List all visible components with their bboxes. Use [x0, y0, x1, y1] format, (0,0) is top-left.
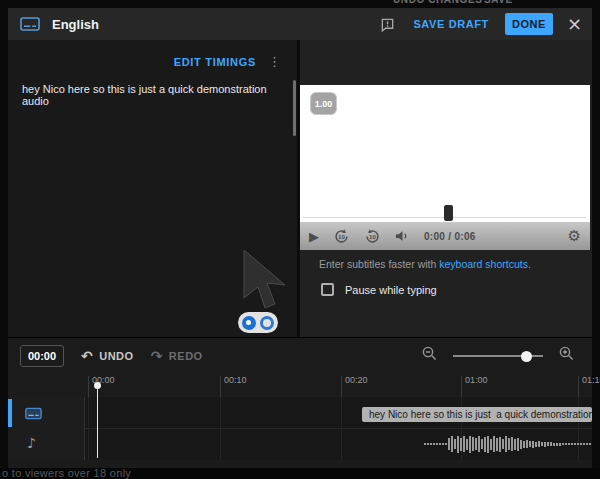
- waveform-bar: [550, 442, 552, 446]
- zoom-controls: [422, 346, 574, 365]
- subtitle-cue-text[interactable]: hey Nico here so this is just a quick de…: [22, 83, 280, 107]
- waveform-bar: [562, 443, 564, 445]
- subtitle-panel-toolbar: EDIT TIMINGS ⋮: [8, 40, 297, 69]
- done-button[interactable]: DONE: [505, 13, 553, 35]
- forward-10-icon[interactable]: 10: [364, 228, 381, 245]
- seek-bar[interactable]: [303, 217, 586, 218]
- waveform-bar: [439, 443, 441, 445]
- keyboard-shortcuts-link[interactable]: keyboard shortcuts: [439, 258, 528, 270]
- waveform-bar: [538, 441, 540, 447]
- track-row-divider: [8, 428, 592, 429]
- ruler-tick: 01:00: [461, 376, 462, 397]
- waveform-bar: [577, 443, 579, 445]
- timeline-toolbar: 00:00 ↶ UNDO ↷ REDO: [8, 338, 592, 373]
- panel-scrollbar-thumb[interactable]: [293, 80, 296, 136]
- zoom-slider-knob[interactable]: [521, 351, 532, 362]
- video-player: 1.00 ▶ 10 10: [300, 85, 590, 250]
- waveform-bar: [532, 441, 534, 448]
- dialog-body: EDIT TIMINGS ⋮ hey Nico here so this is …: [8, 40, 592, 337]
- extension-icon[interactable]: [242, 316, 256, 330]
- pause-while-typing-checkbox[interactable]: [321, 283, 334, 296]
- waveform-bar: [457, 436, 459, 453]
- ruler-tick-label: 00:20: [345, 375, 368, 385]
- undo-button[interactable]: ↶ UNDO: [81, 348, 134, 364]
- timeline-section: 00:00 ↶ UNDO ↷ REDO: [8, 337, 592, 468]
- browser-extension-pill: [238, 312, 278, 333]
- waveform-bar: [481, 439, 483, 449]
- undo-icon: ↶: [81, 348, 93, 364]
- subtitle-track-accent: [8, 399, 12, 427]
- waveform-bar: [508, 438, 510, 450]
- waveform-bar: [520, 440, 522, 449]
- screen: UNDO CHANGES SAVE English SAVE DRAFT DON…: [0, 0, 600, 479]
- time-display: 0:00 / 0:06: [424, 231, 476, 242]
- zoom-in-icon[interactable]: [559, 346, 574, 365]
- mouse-cursor-artifact: [241, 248, 287, 314]
- background-undo-changes-text: UNDO CHANGES: [393, 0, 482, 5]
- waveform-bar: [529, 441, 531, 447]
- kebab-menu-icon[interactable]: ⋮: [268, 54, 281, 69]
- waveform-bar: [499, 437, 501, 452]
- waveform-bar: [490, 439, 492, 450]
- playhead-line: [97, 388, 98, 458]
- waveform-bar: [493, 436, 495, 452]
- subtitle-segment[interactable]: hey Nico here so this is just a quick de…: [362, 407, 592, 422]
- subtitle-track-icon[interactable]: [25, 406, 42, 424]
- rewind-10-icon[interactable]: 10: [333, 228, 350, 245]
- ruler-tick-label: 01:00: [465, 375, 488, 385]
- play-button[interactable]: ▶: [309, 229, 319, 244]
- ruler-tick: 01:10: [578, 376, 579, 397]
- audio-waveform: [424, 434, 592, 454]
- background-page-bottom: o to viewers over 18 only: [0, 468, 600, 479]
- playback-rate-badge: 1.00: [310, 92, 337, 115]
- waveform-bar: [496, 438, 498, 451]
- waveform-bar: [580, 443, 582, 445]
- save-draft-button[interactable]: SAVE DRAFT: [413, 18, 488, 30]
- waveform-bar: [568, 443, 570, 445]
- waveform-bar: [487, 436, 489, 453]
- redo-button[interactable]: ↷ REDO: [151, 348, 203, 364]
- video-panel: 1.00 ▶ 10 10: [300, 40, 592, 337]
- waveform-bar: [484, 437, 486, 452]
- waveform-bar: [433, 443, 435, 445]
- seek-handle[interactable]: [444, 205, 453, 221]
- background-save-text: SAVE: [484, 0, 513, 5]
- audio-track-icon[interactable]: ♪: [27, 435, 36, 451]
- dialog-header: English SAVE DRAFT DONE ×: [8, 8, 592, 40]
- waveform-bar: [466, 439, 468, 450]
- waveform-bar: [523, 441, 525, 448]
- background-page-top: UNDO CHANGES SAVE: [0, 0, 600, 8]
- svg-text:10: 10: [338, 232, 345, 239]
- waveform-bar: [511, 437, 513, 451]
- waveform-bar: [463, 436, 465, 452]
- waveform-bar: [445, 443, 447, 445]
- waveform-bar: [541, 442, 543, 446]
- waveform-bar: [475, 438, 477, 450]
- waveform-bar: [478, 436, 480, 452]
- page-title: English: [52, 17, 99, 32]
- close-icon[interactable]: ×: [567, 15, 582, 33]
- waveform-bar: [589, 443, 591, 445]
- waveform-bar: [556, 443, 558, 446]
- video-frame[interactable]: 1.00: [300, 85, 590, 222]
- feedback-icon[interactable]: [380, 17, 395, 32]
- current-time-input[interactable]: 00:00: [20, 345, 64, 367]
- waveform-bar: [517, 438, 519, 451]
- zoom-out-icon[interactable]: [422, 346, 437, 365]
- zoom-slider[interactable]: [453, 350, 543, 362]
- waveform-bar: [553, 443, 555, 446]
- subtitle-editor-dialog: English SAVE DRAFT DONE × EDIT TIMINGS ⋮…: [8, 8, 592, 468]
- extension-icon[interactable]: [260, 316, 274, 330]
- waveform-bar: [448, 438, 450, 450]
- ruler-tick-label: 00:10: [224, 375, 247, 385]
- edit-timings-button[interactable]: EDIT TIMINGS: [174, 56, 256, 68]
- waveform-bar: [544, 442, 546, 447]
- waveform-bar: [424, 443, 426, 445]
- settings-gear-icon[interactable]: ⚙: [568, 227, 581, 245]
- waveform-bar: [586, 443, 588, 445]
- waveform-bar: [472, 437, 474, 451]
- waveform-bar: [454, 439, 456, 449]
- waveform-bar: [535, 442, 537, 447]
- track-header-column: ♪: [8, 397, 85, 460]
- volume-icon[interactable]: [395, 230, 410, 242]
